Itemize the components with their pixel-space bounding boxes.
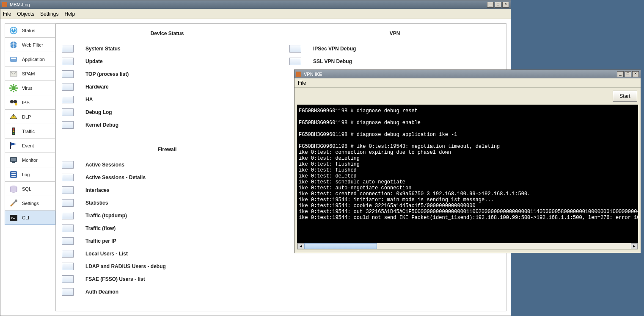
sidebar: StatusWeb FilterApplicationSPAMVirusIPS!… [5, 23, 55, 311]
vpn-titlebar[interactable]: VPN IKE _ □ × [294, 70, 641, 78]
firewall-label: Statistics [85, 200, 108, 206]
device-status-button-1[interactable] [62, 58, 74, 65]
log-icon [8, 169, 19, 180]
terminal-icon [8, 212, 19, 223]
gear-icon [8, 83, 19, 94]
vpn-menu-file[interactable]: File [298, 80, 306, 86]
sidebar-item-label: SPAM [22, 71, 52, 76]
main-titlebar[interactable]: MBM-Log _ □ × [0, 0, 511, 9]
scroll-right-arrow[interactable]: ► [631, 243, 638, 249]
tools-icon [8, 198, 19, 209]
svg-point-10 [15, 103, 17, 105]
device-status-option: Kernel Debug [62, 119, 272, 131]
svg-rect-22 [10, 215, 17, 221]
sidebar-item-monitor[interactable]: Monitor [5, 153, 55, 167]
svg-point-15 [13, 133, 14, 134]
svg-point-13 [13, 128, 14, 130]
vpn-heading: VPN [289, 30, 500, 36]
power-icon [8, 25, 19, 36]
firewall-button-6[interactable] [62, 237, 74, 245]
close-button[interactable]: × [502, 2, 509, 8]
menu-settings[interactable]: Settings [40, 11, 58, 17]
sidebar-item-label: CLI [22, 215, 52, 220]
firewall-option: Auth Deamon [62, 286, 272, 298]
device-status-option: Debug Log [62, 106, 272, 119]
vpn-label: IPSec VPN Debug [313, 46, 356, 52]
firewall-option: Traffic per IP [62, 235, 272, 247]
ips-icon [8, 97, 19, 108]
scroll-left-arrow[interactable]: ◄ [297, 243, 304, 249]
vpn-label: SSL VPN Debug [313, 58, 352, 64]
maximize-button[interactable]: □ [495, 2, 501, 8]
flag-icon [8, 140, 19, 151]
sidebar-item-label: SQL [22, 186, 52, 191]
firewall-button-4[interactable] [62, 212, 74, 219]
sidebar-item-virus[interactable]: Virus [5, 81, 55, 95]
firewall-button-9[interactable] [62, 275, 74, 283]
firewall-button-2[interactable] [62, 186, 74, 194]
device-status-option: Hardware [62, 80, 272, 93]
sidebar-item-label: IPS [22, 100, 52, 105]
sidebar-item-label: Web Filter [22, 42, 52, 47]
scroll-thumb[interactable] [304, 243, 377, 249]
menu-objects[interactable]: Objects [17, 11, 34, 17]
sidebar-item-label: Event [22, 143, 52, 148]
vpn-button-1[interactable] [289, 58, 301, 65]
firewall-label: Traffic (tcpdump) [85, 213, 127, 219]
firewall-label: Traffic per IP [85, 238, 116, 244]
sidebar-item-dlp[interactable]: !DLP [5, 110, 55, 124]
firewall-label: Interfaces [85, 187, 110, 193]
sidebar-item-label: DLP [22, 114, 52, 119]
terminal-output[interactable]: FG50BH3G09601198 # diagnose debug reset … [297, 105, 638, 243]
device-status-button-0[interactable] [62, 45, 74, 53]
svg-rect-18 [12, 162, 15, 163]
device-status-option: HA [62, 93, 272, 106]
device-status-button-3[interactable] [62, 83, 74, 91]
menu-file[interactable]: File [3, 11, 11, 17]
sidebar-item-log[interactable]: Log [5, 167, 55, 182]
sidebar-item-ips[interactable]: IPS [5, 95, 55, 110]
start-button[interactable]: Start [613, 91, 637, 102]
sidebar-item-label: Status [22, 28, 52, 33]
vpn-minimize-button[interactable]: _ [617, 71, 624, 77]
sidebar-item-traffic[interactable]: Traffic [5, 124, 55, 139]
vpn-option: SSL VPN Debug [289, 55, 500, 68]
firewall-option: LDAP and RADIUS Users - debug [62, 260, 272, 273]
sidebar-item-event[interactable]: Event [5, 139, 55, 153]
firewall-button-5[interactable] [62, 225, 74, 232]
device-status-button-6[interactable] [62, 121, 74, 129]
device-status-button-5[interactable] [62, 108, 74, 116]
firewall-option: Statistics [62, 197, 272, 209]
scroll-track[interactable] [304, 243, 631, 249]
firewall-option: Traffic (tcpdump) [62, 209, 272, 222]
svg-point-9 [14, 100, 17, 103]
device-status-button-2[interactable] [62, 70, 74, 78]
firewall-button-8[interactable] [62, 263, 74, 270]
sidebar-item-status[interactable]: Status [5, 23, 55, 38]
vpn-close-button[interactable]: × [632, 71, 639, 77]
globe-icon [8, 39, 19, 50]
monitor-icon [8, 155, 19, 166]
firewall-button-0[interactable] [62, 161, 74, 169]
firewall-button-10[interactable] [62, 288, 74, 296]
sidebar-item-settings[interactable]: Settings [5, 196, 55, 211]
sidebar-item-application[interactable]: Application [5, 52, 55, 67]
sidebar-item-sql[interactable]: SQL [5, 182, 55, 196]
sidebar-item-label: Traffic [22, 129, 52, 134]
svg-point-21 [15, 200, 17, 202]
device-status-label: Kernel Debug [85, 122, 118, 128]
traffic-light-icon [8, 126, 19, 137]
vpn-button-0[interactable] [289, 45, 301, 53]
firewall-button-3[interactable] [62, 199, 74, 207]
sidebar-item-spam[interactable]: SPAM [5, 67, 55, 81]
firewall-button-1[interactable] [62, 174, 74, 181]
terminal-hscrollbar[interactable]: ◄ ► [297, 243, 638, 249]
firewall-button-7[interactable] [62, 250, 74, 258]
vpn-menubar: File [294, 78, 641, 88]
sidebar-item-web-filter[interactable]: Web Filter [5, 38, 55, 52]
menu-help[interactable]: Help [64, 11, 75, 17]
sidebar-item-cli[interactable]: CLI [5, 211, 55, 225]
device-status-button-4[interactable] [62, 96, 74, 103]
vpn-maximize-button[interactable]: □ [625, 71, 631, 77]
minimize-button[interactable]: _ [487, 2, 494, 8]
